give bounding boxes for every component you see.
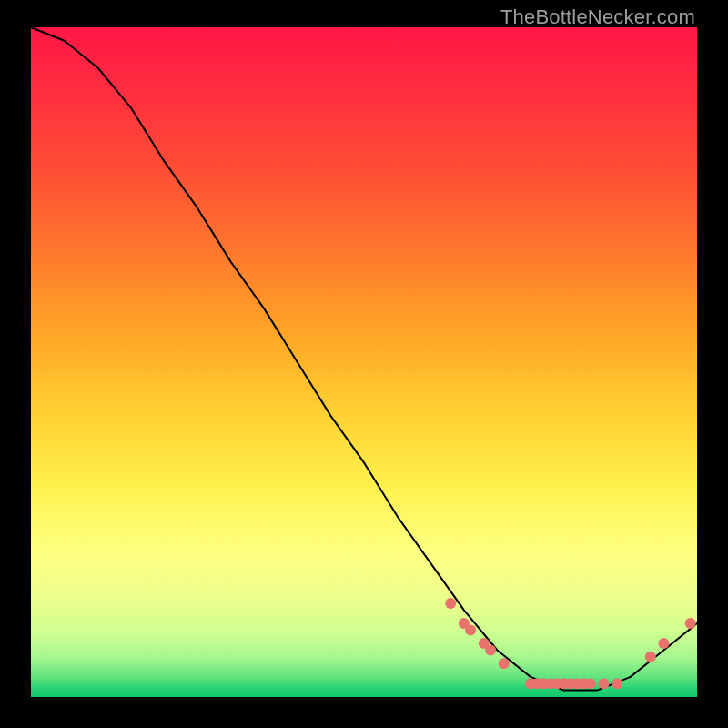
- curve-group: [31, 27, 697, 691]
- watermark-text: TheBottleNecker.com: [500, 5, 695, 29]
- marker-point: [585, 678, 596, 689]
- marker-group: [445, 598, 696, 689]
- bottleneck-curve-line: [31, 27, 697, 691]
- marker-point: [485, 645, 496, 656]
- plot-area: [31, 27, 697, 697]
- marker-point: [612, 678, 622, 689]
- bottleneck-curve-svg: [31, 27, 697, 697]
- marker-point: [599, 678, 610, 689]
- marker-point: [465, 624, 476, 635]
- marker-point: [685, 618, 696, 629]
- marker-point: [445, 598, 456, 609]
- marker-point: [645, 652, 656, 662]
- marker-point: [658, 638, 669, 649]
- marker-point: [499, 658, 510, 669]
- chart-frame: TheBottleNecker.com: [0, 0, 728, 728]
